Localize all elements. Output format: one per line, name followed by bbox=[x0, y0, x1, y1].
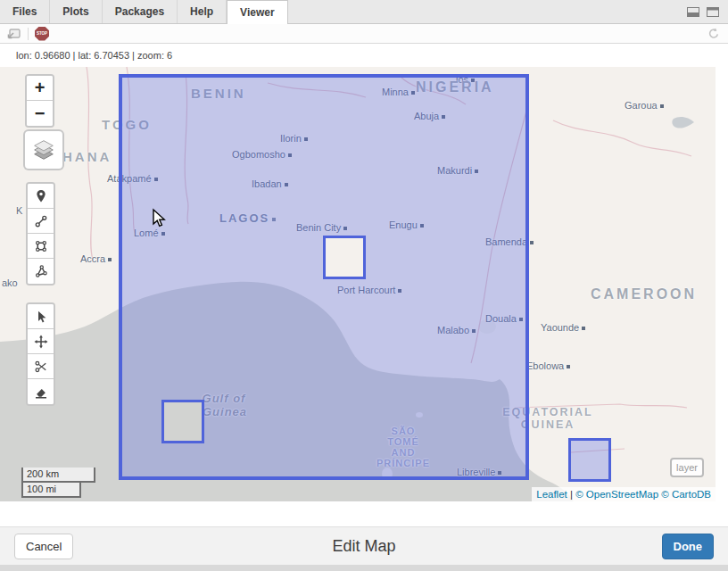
layers-icon bbox=[30, 137, 57, 163]
coordinates-readout: lon: 0.96680 | lat: 6.70453 | zoom: 6 bbox=[0, 44, 728, 67]
attribution-separator: | bbox=[570, 489, 573, 500]
leaflet-link[interactable]: Leaflet bbox=[536, 489, 567, 500]
draw-toolbar bbox=[26, 182, 55, 286]
page-title: Edit Map bbox=[332, 537, 395, 556]
scissors-icon bbox=[33, 359, 49, 375]
feature-rect-selection-small[interactable] bbox=[568, 438, 611, 482]
scale-control: 200 km 100 mi bbox=[21, 468, 95, 498]
openstreetmap-link[interactable]: © OpenStreetMap bbox=[575, 489, 658, 500]
remove-layers-button[interactable] bbox=[28, 379, 54, 404]
tab-plots[interactable]: Plots bbox=[50, 0, 102, 23]
map-label: K bbox=[16, 205, 22, 216]
polygon-icon bbox=[33, 263, 49, 279]
rectangle-icon bbox=[33, 238, 49, 254]
refresh-icon[interactable] bbox=[707, 27, 721, 41]
minimize-pane-icon[interactable] bbox=[687, 7, 699, 17]
drag-layers-button[interactable] bbox=[28, 329, 54, 354]
feature-rect-hole-land[interactable] bbox=[323, 236, 366, 279]
maximize-pane-icon[interactable] bbox=[707, 7, 719, 17]
cancel-button[interactable]: Cancel bbox=[14, 534, 73, 559]
edit-map-footer: Cancel Edit Map Done bbox=[0, 526, 728, 565]
map-label: Ebolowa bbox=[526, 360, 570, 371]
layers-control[interactable] bbox=[23, 129, 64, 170]
feature-rect-hole-ocean[interactable] bbox=[161, 400, 204, 443]
draw-polygon-button[interactable] bbox=[28, 259, 54, 284]
city-marker-dot bbox=[582, 327, 585, 330]
viewer-toolbar: STOP bbox=[0, 24, 728, 44]
polyline-icon bbox=[33, 213, 49, 229]
city-marker-dot bbox=[567, 365, 570, 368]
cut-layers-button[interactable] bbox=[28, 354, 54, 379]
map-label: ako bbox=[2, 277, 18, 288]
map-label: Garoua bbox=[625, 100, 664, 111]
tab-viewer[interactable]: Viewer bbox=[227, 0, 287, 24]
tab-files[interactable]: Files bbox=[0, 0, 50, 23]
map-canvas[interactable]: JosMinnaNIGERIAGarouaAbujaBENINTOGOHANAI… bbox=[0, 67, 716, 501]
stop-label: STOP bbox=[37, 31, 47, 36]
map-label: Yaounde bbox=[541, 322, 585, 333]
zoom-in-button[interactable]: + bbox=[27, 76, 53, 101]
scale-mi: 100 mi bbox=[21, 483, 81, 498]
move-icon bbox=[33, 334, 49, 350]
open-in-browser-icon[interactable] bbox=[6, 27, 21, 41]
city-marker-dot bbox=[530, 241, 534, 244]
done-button[interactable]: Done bbox=[662, 534, 715, 559]
tab-help[interactable]: Help bbox=[178, 0, 227, 23]
toolbar-separator bbox=[28, 28, 29, 40]
draw-polyline-button[interactable] bbox=[28, 209, 54, 234]
city-marker-dot bbox=[108, 258, 112, 261]
tab-packages[interactable]: Packages bbox=[103, 0, 178, 23]
draw-rectangle-button[interactable] bbox=[28, 234, 54, 259]
cartodb-link[interactable]: © CartoDB bbox=[661, 489, 711, 500]
eraser-icon bbox=[33, 384, 49, 400]
map-attribution: Leaflet | © OpenStreetMap © CartoDB bbox=[532, 487, 716, 501]
scale-km: 200 km bbox=[21, 468, 95, 483]
edit-arrow-icon bbox=[33, 309, 49, 325]
stop-button[interactable]: STOP bbox=[35, 27, 49, 41]
map-label: HANA bbox=[62, 149, 112, 164]
pane-tabs: FilesPlotsPackagesHelpViewer bbox=[0, 0, 288, 23]
map-label: Accra bbox=[80, 253, 112, 264]
pane-tab-bar: FilesPlotsPackagesHelpViewer bbox=[0, 0, 728, 24]
zoom-out-button[interactable]: − bbox=[27, 101, 53, 126]
draw-marker-button[interactable] bbox=[28, 184, 54, 209]
zoom-control: + − bbox=[25, 74, 54, 128]
edit-toolbar bbox=[26, 302, 55, 406]
map-label: CAMEROON bbox=[591, 286, 697, 302]
edit-vertices-button[interactable] bbox=[28, 304, 54, 329]
city-marker-dot bbox=[660, 104, 664, 108]
marker-icon bbox=[33, 188, 49, 204]
window-bottom-edge bbox=[0, 565, 728, 571]
layer-toggle-button[interactable]: layer bbox=[670, 458, 704, 477]
